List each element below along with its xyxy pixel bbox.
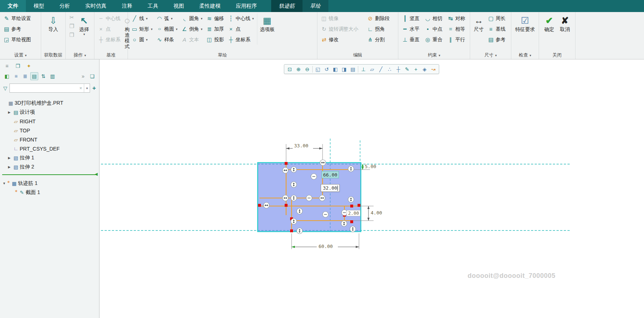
tab-live-simulation[interactable]: 实时仿真 <box>78 0 114 12</box>
datum-point-button[interactable]: × 点 <box>96 24 122 34</box>
tree-item-extrude-1[interactable]: ▶ ▨ 拉伸 1 <box>0 153 99 162</box>
modify-button[interactable]: ⇄ 修改 <box>319 34 365 45</box>
tree-item-part[interactable]: ▦ 3D打印机维护盒.PRT <box>0 98 99 108</box>
tab-trajectory-rib[interactable]: 轨迹筋 <box>271 0 303 12</box>
tab-annotate[interactable]: 注释 <box>114 0 140 12</box>
datum-axes-display-icon[interactable]: ╱ <box>376 65 385 73</box>
tab-flexible-modeling[interactable]: 柔性建模 <box>192 0 228 12</box>
documents-icon[interactable]: ❐ <box>14 62 22 70</box>
dimension-2[interactable]: 2.00 <box>347 210 360 216</box>
show-panel-icon[interactable]: ◧ <box>3 72 11 80</box>
datum-csys-button[interactable]: ┼ 坐标系 <box>96 34 122 45</box>
group-label-settings[interactable]: 设置 ▾ <box>0 52 41 58</box>
chamfer-button[interactable]: ∠ 倒角 ▾ <box>180 24 204 34</box>
select-button[interactable]: ↖ 选择 ▾ <box>77 13 91 39</box>
overflow-icon[interactable]: » <box>79 72 87 80</box>
clear-filter-icon[interactable]: × <box>78 85 84 91</box>
display-style-shaded-icon[interactable]: ◧ <box>331 65 340 73</box>
tab-analysis[interactable]: 分析 <box>52 0 78 12</box>
tab-view[interactable]: 视图 <box>166 0 192 12</box>
tree-item-trajectory-rib[interactable]: ▼ ∗ ▩ 轨迹筋 1 <box>0 179 99 188</box>
ellipse-button[interactable]: ○ 椭圆 ▾ <box>155 24 179 34</box>
expand-closed-icon[interactable]: ▶ <box>7 156 12 160</box>
tab-sketch-active[interactable]: 草绘 <box>303 0 328 12</box>
dimension-32-edit-box[interactable]: 32.00 <box>321 184 340 192</box>
csys-display-icon[interactable]: ┼ <box>394 65 403 73</box>
tree-item-design-items[interactable]: ▶ ▤ 设计项 <box>0 108 99 117</box>
list-flat-icon[interactable]: ≡ <box>12 72 20 80</box>
group-label-close[interactable]: 关闭 <box>539 52 575 58</box>
favorites-icon[interactable]: ✦ <box>25 62 33 70</box>
sort-icon[interactable]: ⇅ <box>39 72 47 80</box>
perimeter-dimension-button[interactable]: ▢ 周长 <box>486 13 507 24</box>
add-filter-button[interactable]: + <box>92 85 96 92</box>
project-button[interactable]: ◫ 投影 <box>205 34 226 45</box>
dimension-button[interactable]: ↔ 尺寸 <box>472 13 485 45</box>
links-icon[interactable]: ↝ <box>429 65 438 73</box>
ok-button[interactable]: ✔ 确定 <box>543 13 556 34</box>
filter-dropdown-icon[interactable]: ▾ <box>84 84 90 92</box>
mirror-button[interactable]: ◫ 镜像 <box>319 13 365 24</box>
columns-icon[interactable]: ▥ <box>48 72 56 80</box>
rectangle-button[interactable]: ▭ 矩形 ▾ <box>130 24 154 34</box>
graphics-area[interactable]: ⊡ ⊕ ⊖ ◱ ↺ ◧ ◨ ▤ ⊥ ▱ ╱ ∴ ┼ ✎ + ◈ ↝ 33.00 … <box>99 59 644 318</box>
copy-button[interactable]: ❐ <box>67 22 76 31</box>
zoom-in-icon[interactable]: ⊕ <box>294 65 303 73</box>
sketch-setup-button[interactable]: ✎ 草绘设置 <box>2 13 39 24</box>
feature-requirements-button[interactable]: ☑ 特征要求 <box>513 13 537 34</box>
sketch-centerline-button[interactable]: ┆ 中心线 ▾ <box>226 13 255 24</box>
offset-button[interactable]: ≋ 偏移 <box>205 13 226 24</box>
list-columns-icon[interactable]: ▤ <box>30 72 38 80</box>
datum-planes-display-icon[interactable]: ▱ <box>368 65 376 73</box>
references-button[interactable]: ▤ 参考 <box>2 24 39 34</box>
repaint-icon[interactable]: ↺ <box>322 65 331 73</box>
dimension-60[interactable]: 60.00 <box>319 244 333 249</box>
expand-closed-icon[interactable]: ▶ <box>7 110 12 114</box>
zoom-region-icon[interactable]: ⊡ <box>285 65 294 73</box>
sketch-csys-button[interactable]: ┼ 坐标系 <box>226 34 255 45</box>
datum-points-display-icon[interactable]: ∴ <box>385 65 394 73</box>
group-label-dimension[interactable]: 尺寸 ▾ <box>470 52 511 58</box>
group-label-operations[interactable]: 操作 ▾ <box>66 52 94 58</box>
constraint-tangent-button[interactable]: ◡ 相切 <box>423 13 445 24</box>
group-label-get-data[interactable]: 获取数据 <box>41 52 65 58</box>
dimension-4[interactable]: 4.00 <box>371 210 382 216</box>
constraint-coincident-button[interactable]: ◎ 重合 <box>423 34 445 45</box>
tree-item-csys[interactable]: ∟ PRT_CSYS_DEF <box>0 144 99 153</box>
constraint-parallel-button[interactable]: ∥ 平行 <box>446 34 468 45</box>
group-label-sketch[interactable]: 草绘 <box>128 52 317 58</box>
arc-button[interactable]: ◠ 弧 ▾ <box>155 13 179 24</box>
tree-filter-input[interactable] <box>10 85 78 91</box>
sketch-point-button[interactable]: × 点 <box>226 24 255 34</box>
orient-3d-icon[interactable]: ◈ <box>420 65 429 73</box>
text-button[interactable]: A 文本 <box>180 34 204 45</box>
zoom-out-icon[interactable]: ⊖ <box>303 65 312 73</box>
tree-item-front-plane[interactable]: ▱ FRONT <box>0 135 99 144</box>
corner-button[interactable]: ∟ 拐角 <box>366 24 396 34</box>
dimension-5[interactable]: 5.00 <box>365 164 376 169</box>
group-label-edit[interactable]: 编辑 <box>317 52 398 58</box>
rotate-resize-button[interactable]: ↻ 旋转调整大小 <box>319 24 365 34</box>
divide-button[interactable]: ⋔ 分割 <box>366 34 396 45</box>
group-label-inspect[interactable]: 检查 ▾ <box>511 52 539 58</box>
reference-dimension-button[interactable]: ▤ 参考 <box>486 34 507 45</box>
tab-file[interactable]: 文件 <box>0 0 26 12</box>
tree-item-extrude-2[interactable]: ▶ ▨ 拉伸 2 <box>0 162 99 171</box>
expand-open-icon[interactable]: ▼ <box>1 182 7 185</box>
delete-segment-button[interactable]: ⊘ 删除段 <box>366 13 396 24</box>
cut-button[interactable]: ✂ <box>67 13 76 22</box>
sketch-view-button[interactable]: ◲ 草绘视图 <box>2 34 39 45</box>
constraint-midpoint-button[interactable]: • 中点 <box>423 24 445 34</box>
circle-button[interactable]: ○ 圆 ▾ <box>130 34 154 45</box>
constraint-vertical-button[interactable]: ┃ 竖直 <box>400 13 422 24</box>
view-normal-icon[interactable]: ⊥ <box>359 65 368 73</box>
display-style-hidden-icon[interactable]: ◨ <box>340 65 348 73</box>
list-detail-icon[interactable]: ≣ <box>21 72 29 80</box>
constraint-perpendicular-button[interactable]: ⊥ 垂直 <box>400 34 422 45</box>
insert-here-indicator[interactable]: ◀ <box>2 174 97 175</box>
import-button[interactable]: ⇩ 导入 <box>43 13 63 34</box>
dimension-33[interactable]: 33.00 <box>294 143 308 148</box>
annotations-display-icon[interactable]: ✎ <box>403 65 411 73</box>
settings-doc-icon[interactable]: ❏ <box>88 72 96 80</box>
spin-center-icon[interactable]: + <box>411 65 420 73</box>
